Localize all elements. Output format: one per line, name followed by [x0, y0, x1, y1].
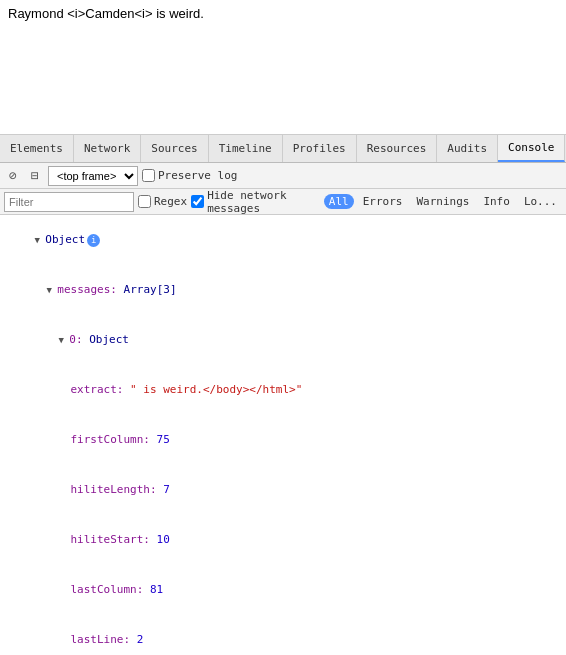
regex-checkbox[interactable] — [138, 195, 151, 208]
tab-timeline[interactable]: Timeline — [209, 135, 283, 162]
expand-icon: ▼ — [35, 235, 46, 245]
clear-console-icon[interactable]: ⊘ — [4, 167, 22, 185]
list-item: lastLine: 2 — [0, 615, 566, 655]
filter-warnings-button[interactable]: Warnings — [411, 194, 474, 209]
hide-network-checkbox[interactable] — [191, 195, 204, 208]
preserve-log-checkbox[interactable] — [142, 169, 155, 182]
console-toolbar: ⊘ ⊟ <top frame> Preserve log — [0, 163, 566, 189]
filter-bar: Regex Hide network messages All Errors W… — [0, 189, 566, 215]
tab-resources[interactable]: Resources — [357, 135, 438, 162]
regex-label: Regex — [138, 195, 187, 208]
preview-text: Raymond <i>Camden<i> is weird. — [8, 6, 204, 21]
filter-input[interactable] — [4, 192, 134, 212]
tree-root[interactable]: ▼ Objecti — [0, 215, 566, 265]
list-item: extract: " is weird.</body></html>" — [0, 365, 566, 415]
tab-console[interactable]: Console — [498, 135, 565, 162]
tree-item-0[interactable]: ▼ 0: Object — [0, 315, 566, 365]
tab-sources[interactable]: Sources — [141, 135, 208, 162]
filter-all-button[interactable]: All — [324, 194, 354, 209]
list-item: firstColumn: 75 — [0, 415, 566, 465]
hide-network-label: Hide network messages — [191, 189, 320, 215]
preserve-log-label: Preserve log — [142, 169, 237, 182]
tab-elements[interactable]: Elements — [0, 135, 74, 162]
list-item: hiliteStart: 10 — [0, 515, 566, 565]
tree-messages[interactable]: ▼ messages: Array[3] — [0, 265, 566, 315]
tab-audits[interactable]: Audits — [437, 135, 498, 162]
list-item: lastColumn: 81 — [0, 565, 566, 615]
tab-profiles[interactable]: Profiles — [283, 135, 357, 162]
preview-area: Raymond <i>Camden<i> is weird. — [0, 0, 566, 135]
frame-selector[interactable]: <top frame> — [48, 166, 138, 186]
console-output: ▼ Objecti ▼ messages: Array[3] ▼ 0: Obje… — [0, 215, 566, 655]
filter-info-button[interactable]: Info — [478, 194, 515, 209]
filter-icon[interactable]: ⊟ — [26, 167, 44, 185]
devtools-tabbar: Elements Network Sources Timeline Profil… — [0, 135, 566, 163]
list-item: hiliteLength: 7 — [0, 465, 566, 515]
expand-icon: ▼ — [59, 335, 70, 345]
filter-errors-button[interactable]: Errors — [358, 194, 408, 209]
expand-icon: ▼ — [47, 285, 58, 295]
filter-log-button[interactable]: Lo... — [519, 194, 562, 209]
tab-network[interactable]: Network — [74, 135, 141, 162]
